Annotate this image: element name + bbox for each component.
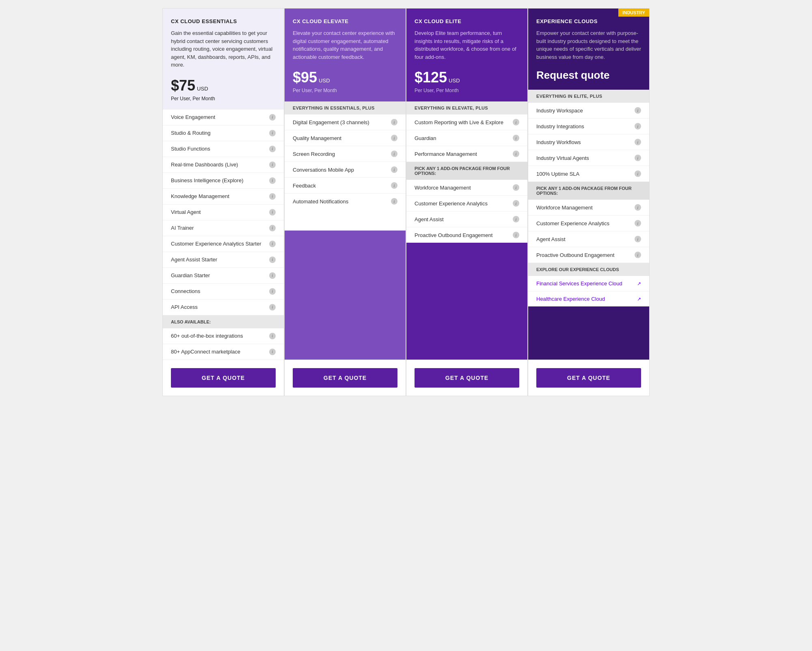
- feature-agent-assist-starter: Agent Assist Starter i: [163, 252, 284, 268]
- essentials-description: Gain the essential capabilities to get y…: [171, 29, 276, 69]
- feature-cx-analytics-starter: Customer Experience Analytics Starter i: [163, 236, 284, 252]
- elevate-header: CX CLOUD ELEVATE Elevate your contact ce…: [285, 9, 406, 101]
- essentials-price: $75 USD: [171, 77, 276, 94]
- info-icon[interactable]: i: [391, 119, 397, 125]
- info-icon[interactable]: i: [269, 272, 276, 279]
- info-icon[interactable]: i: [269, 130, 276, 136]
- feature-integrations: 60+ out-of-the-box integrations i: [163, 328, 284, 344]
- elevate-currency: USD: [319, 78, 330, 84]
- info-icon[interactable]: i: [269, 114, 276, 121]
- info-icon[interactable]: i: [269, 193, 276, 200]
- info-icon[interactable]: i: [269, 288, 276, 295]
- essentials-period: Per User, Per Month: [171, 96, 276, 101]
- info-icon[interactable]: i: [269, 257, 276, 263]
- info-icon[interactable]: i: [391, 151, 397, 157]
- info-icon[interactable]: i: [513, 184, 519, 191]
- info-icon[interactable]: i: [635, 139, 641, 145]
- industry-request-quote[interactable]: Request quote: [536, 69, 641, 82]
- feature-custom-reporting: Custom Reporting with Live & Explore i: [406, 114, 527, 130]
- feature-business-intelligence: Business Intelligence (Explore) i: [163, 173, 284, 189]
- info-icon[interactable]: i: [269, 225, 276, 231]
- feature-conversations-mobile: Conversations Mobile App i: [285, 162, 406, 178]
- info-icon[interactable]: i: [635, 236, 641, 242]
- industry-addon-workforce: Workforce Management i: [528, 200, 649, 216]
- industry-header: EXPERIENCE CLOUDS Empower your contact c…: [528, 9, 649, 90]
- essentials-features: Voice Engagement i Studio & Routing i St…: [163, 110, 284, 360]
- essentials-header: CX CLOUD ESSENTIALS Gain the essential c…: [163, 9, 284, 110]
- info-icon[interactable]: i: [635, 155, 641, 161]
- feature-ai-trainer: AI Trainer i: [163, 220, 284, 236]
- info-icon[interactable]: i: [269, 162, 276, 168]
- addon-proactive-outbound: Proactive Outbound Engagement i: [406, 227, 527, 243]
- info-icon[interactable]: i: [269, 304, 276, 310]
- info-icon[interactable]: i: [269, 146, 276, 152]
- external-link-icon: ↗: [637, 296, 641, 302]
- elite-cta-button[interactable]: GET A QUOTE: [415, 368, 519, 388]
- external-link-icon: ↗: [637, 281, 641, 287]
- elite-price: $125 USD: [415, 69, 519, 86]
- info-icon[interactable]: i: [391, 166, 397, 173]
- elite-features: EVERYTHING IN ELEVATE, PLUS Custom Repor…: [406, 101, 527, 243]
- elevate-footer: GET A QUOTE: [285, 360, 406, 396]
- elevate-features: EVERYTHING IN ESSENTIALS, PLUS Digital E…: [285, 101, 406, 231]
- plan-industry: INDUSTRY EXPERIENCE CLOUDS Empower your …: [528, 8, 650, 396]
- industry-addon-cx-analytics: Customer Experience Analytics i: [528, 216, 649, 231]
- info-icon[interactable]: i: [635, 170, 641, 177]
- elite-period: Per User, Per Month: [415, 88, 519, 93]
- info-icon[interactable]: i: [513, 200, 519, 207]
- info-icon[interactable]: i: [269, 241, 276, 247]
- industry-section-header: EVERYTHING IN ELITE, PLUS: [528, 90, 649, 103]
- feature-quality-management: Quality Management i: [285, 130, 406, 146]
- info-icon[interactable]: i: [635, 123, 641, 129]
- feature-industry-workspace: Industry Workspace i: [528, 103, 649, 119]
- feature-digital-engagement: Digital Engagement (3 channels) i: [285, 114, 406, 130]
- elite-price-amount: $125: [415, 69, 447, 86]
- feature-performance-management: Performance Management i: [406, 146, 527, 162]
- info-icon[interactable]: i: [513, 232, 519, 238]
- feature-uptime-sla: 100% Uptime SLA i: [528, 166, 649, 182]
- info-icon[interactable]: i: [513, 135, 519, 141]
- also-available-header: ALSO AVAILABLE:: [163, 315, 284, 328]
- essentials-footer: GET A QUOTE: [163, 360, 284, 396]
- elevate-cta-button[interactable]: GET A QUOTE: [293, 368, 397, 388]
- essentials-price-amount: $75: [171, 77, 195, 94]
- info-icon[interactable]: i: [635, 252, 641, 258]
- feature-appconnect: 80+ AppConnect marketplace i: [163, 344, 284, 360]
- info-icon[interactable]: i: [635, 204, 641, 211]
- addon-workforce-management: Workforce Management i: [406, 180, 527, 196]
- info-icon[interactable]: i: [269, 333, 276, 339]
- info-icon[interactable]: i: [269, 177, 276, 184]
- feature-voice-engagement: Voice Engagement i: [163, 110, 284, 125]
- info-icon[interactable]: i: [513, 216, 519, 222]
- info-icon[interactable]: i: [391, 182, 397, 189]
- info-icon[interactable]: i: [391, 135, 397, 141]
- feature-virtual-agent: Virtual Agent i: [163, 205, 284, 220]
- industry-footer: GET A QUOTE: [528, 360, 649, 396]
- elite-footer: GET A QUOTE: [406, 360, 527, 396]
- industry-cta-button[interactable]: GET A QUOTE: [536, 368, 641, 388]
- healthcare-cloud-link[interactable]: Healthcare Experience Cloud ↗: [528, 291, 649, 306]
- essentials-cta-button[interactable]: GET A QUOTE: [171, 368, 276, 388]
- industry-addon-proactive-outbound: Proactive Outbound Engagement i: [528, 247, 649, 263]
- elevate-title: CX CLOUD ELEVATE: [293, 18, 397, 24]
- plan-elite: CX CLOUD ELITE Develop Elite team perfor…: [406, 8, 528, 396]
- feature-screen-recording: Screen Recording i: [285, 146, 406, 162]
- info-icon[interactable]: i: [269, 209, 276, 216]
- feature-guardian-starter: Guardian Starter i: [163, 268, 284, 284]
- info-icon[interactable]: i: [391, 198, 397, 205]
- info-icon[interactable]: i: [269, 349, 276, 355]
- info-icon[interactable]: i: [513, 151, 519, 157]
- info-icon[interactable]: i: [635, 220, 641, 226]
- elite-currency: USD: [449, 78, 460, 84]
- elevate-price-amount: $95: [293, 69, 317, 86]
- info-icon[interactable]: i: [635, 107, 641, 114]
- industry-description: Empower your contact center with purpose…: [536, 29, 641, 61]
- industry-features: EVERYTHING IN ELITE, PLUS Industry Works…: [528, 90, 649, 306]
- addon-cx-analytics: Customer Experience Analytics i: [406, 196, 527, 211]
- financial-services-cloud-link[interactable]: Financial Services Experience Cloud ↗: [528, 276, 649, 291]
- essentials-title: CX CLOUD ESSENTIALS: [171, 18, 276, 24]
- essentials-currency: USD: [197, 86, 208, 92]
- pricing-container: CX CLOUD ESSENTIALS Gain the essential c…: [162, 8, 650, 396]
- industry-badge: INDUSTRY: [618, 9, 649, 17]
- info-icon[interactable]: i: [513, 119, 519, 125]
